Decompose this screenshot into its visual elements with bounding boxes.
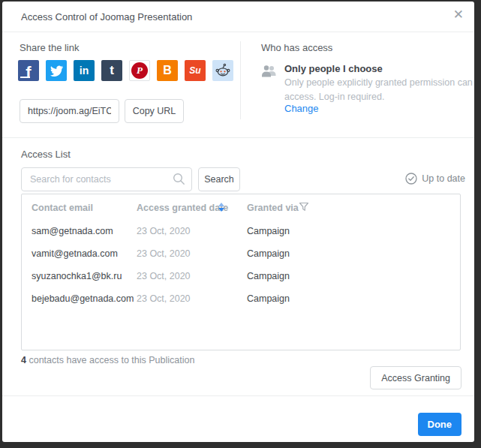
social-icons-row: f in t P B Su — [18, 60, 233, 81]
who-has-access-label: Who has access — [261, 42, 332, 53]
share-section-label: Share the link — [20, 42, 80, 53]
table-row[interactable]: syuzanochka1@bk.ru 23 Oct, 2020 Campaign — [22, 265, 460, 287]
contact-email: sam@getnada.com — [32, 226, 113, 236]
column-contact-email: Contact email — [32, 203, 93, 213]
tumblr-glyph: t — [110, 63, 114, 78]
granted-via: Campaign — [247, 248, 290, 259]
copy-url-button[interactable]: Copy URL — [125, 99, 184, 123]
linkedin-glyph: in — [80, 65, 89, 77]
facebook-icon[interactable]: f — [18, 60, 39, 81]
stumbleupon-icon[interactable]: Su — [185, 60, 206, 81]
pinterest-circle: P — [131, 62, 148, 79]
column-granted-via: Granted via — [247, 203, 299, 213]
access-mode-title: Only people I choose — [284, 63, 383, 74]
granted-date: 23 Oct, 2020 — [137, 226, 191, 236]
search-icon — [173, 173, 185, 188]
linkedin-icon[interactable]: in — [74, 60, 95, 81]
contact-email: syuzanochka1@bk.ru — [32, 271, 122, 281]
granted-via: Campaign — [247, 293, 290, 304]
facebook-glyph: f — [26, 63, 31, 81]
header-divider — [2, 32, 474, 32]
share-url-input[interactable] — [20, 99, 119, 123]
granted-date: 23 Oct, 2020 — [137, 271, 191, 281]
search-input[interactable] — [21, 167, 192, 191]
blogger-icon[interactable]: B — [157, 60, 178, 81]
people-icon — [261, 65, 278, 81]
contact-email: vamit@getnada.com — [32, 248, 118, 259]
section-vertical-divider — [240, 41, 241, 119]
facebook-baseline — [20, 77, 30, 78]
done-button[interactable]: Done — [418, 413, 462, 436]
tumblr-icon[interactable]: t — [101, 60, 122, 81]
blogger-glyph: B — [163, 64, 172, 77]
granted-via: Campaign — [247, 271, 290, 281]
pinterest-glyph: P — [137, 65, 143, 77]
close-icon[interactable]: ✕ — [453, 8, 464, 21]
table-row[interactable]: vamit@getnada.com 23 Oct, 2020 Campaign — [22, 242, 460, 265]
table-header-row: Contact email Access granted date Grante… — [22, 194, 460, 220]
filter-icon[interactable] — [299, 202, 309, 215]
contacts-summary: 4 contacts have access to this Publicati… — [21, 355, 194, 365]
access-list-label: Access List — [21, 149, 71, 160]
access-list-table: Contact email Access granted date Grante… — [21, 194, 461, 350]
twitter-bird — [50, 65, 63, 77]
contacts-summary-text: contacts have access to this Publication — [26, 355, 194, 365]
granted-date: 23 Oct, 2020 — [137, 293, 191, 304]
screen-overlay: Access Control of Joomag Presentation ✕ … — [0, 0, 481, 448]
contacts-count: 4 — [21, 355, 26, 365]
table-row[interactable]: bejebadu@getnada.com 23 Oct, 2020 Campai… — [22, 287, 460, 310]
search-button[interactable]: Search — [198, 167, 240, 191]
section-divider — [2, 137, 474, 138]
twitter-icon[interactable] — [46, 60, 67, 81]
up-to-date-status: Up to date — [405, 173, 465, 185]
footer-divider — [2, 395, 474, 396]
access-granting-button[interactable]: Access Granting — [370, 366, 461, 389]
granted-via: Campaign — [247, 226, 290, 236]
search-field-wrap — [21, 167, 192, 191]
contact-email: bejebadu@getnada.com — [32, 293, 134, 304]
stumbleupon-glyph: Su — [189, 65, 200, 76]
reddit-alien — [215, 62, 231, 79]
pinterest-icon[interactable]: P — [129, 60, 150, 81]
modal-title: Access Control of Joomag Presentation — [21, 11, 192, 23]
access-control-modal: Access Control of Joomag Presentation ✕ … — [2, 2, 474, 442]
up-to-date-text: Up to date — [422, 173, 465, 184]
granted-date: 23 Oct, 2020 — [137, 248, 191, 259]
reddit-icon[interactable] — [212, 60, 233, 81]
column-access-granted-date: Access granted date — [137, 203, 228, 213]
access-mode-description: Only people explicitly granted permissio… — [284, 76, 474, 104]
sort-icon[interactable] — [218, 203, 224, 212]
check-circle-icon — [405, 173, 417, 185]
table-row[interactable]: sam@getnada.com 23 Oct, 2020 Campaign — [22, 220, 460, 242]
change-link[interactable]: Change — [284, 103, 319, 114]
